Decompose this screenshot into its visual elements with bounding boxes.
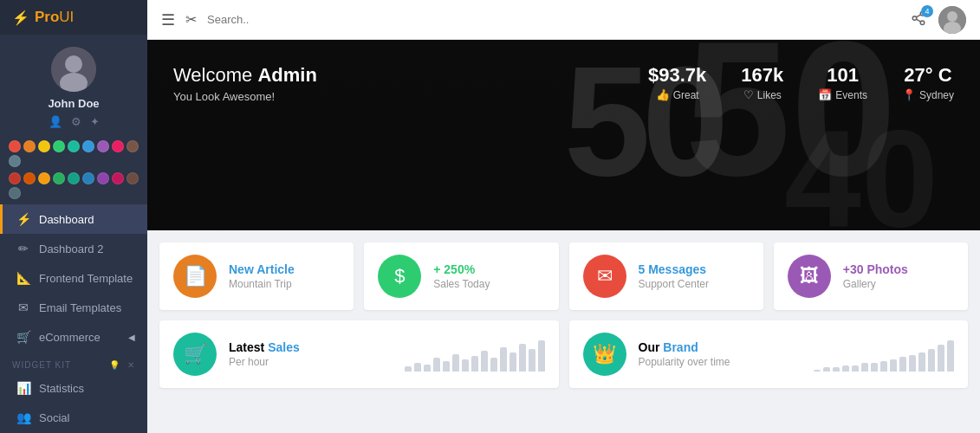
sidebar-item-dashboard2[interactable]: ✏Dashboard 2 <box>0 234 147 263</box>
nav-menu: ⚡Dashboard✏Dashboard 2📐Frontend Template… <box>0 204 147 352</box>
bar-4 <box>852 365 859 372</box>
stat-label: 👍Great <box>648 88 706 101</box>
card-icon: $ <box>378 255 421 298</box>
color-swatch[interactable] <box>68 172 80 184</box>
bar-0 <box>814 370 821 372</box>
bar-3 <box>433 358 440 372</box>
bar-8 <box>890 359 897 372</box>
share-icon[interactable]: 4 <box>911 10 926 29</box>
card-text: Our Brand Popularity over time <box>639 340 730 368</box>
stat-value: 27° C <box>902 64 954 87</box>
sidebar-label: Statistics <box>39 382 84 395</box>
color-swatch[interactable] <box>9 155 21 167</box>
card-title: 5 Messages <box>639 262 709 276</box>
bar-5 <box>861 363 868 372</box>
stat-label: 📅Events <box>818 88 867 101</box>
user-profile: John Doe 👤 ⚙ ✦ <box>0 35 147 135</box>
info-card-0[interactable]: 📄 New Article Mountain Trip <box>159 242 354 310</box>
sidebar-item-email[interactable]: ✉Email Templates <box>0 293 147 322</box>
card-subtitle: Sales Today <box>433 278 490 290</box>
tools-icon[interactable]: ✂ <box>185 11 197 28</box>
bar-12 <box>928 349 935 372</box>
color-swatch[interactable] <box>112 140 124 152</box>
user-settings-icon[interactable]: ⚙ <box>71 115 81 128</box>
card-text: Latest Sales Per hour <box>229 340 300 368</box>
color-swatch[interactable] <box>127 140 139 152</box>
color-swatch[interactable] <box>53 140 65 152</box>
svg-point-5 <box>920 21 925 25</box>
card-icon: 👑 <box>583 333 626 376</box>
user-profile-icon[interactable]: 👤 <box>49 115 62 128</box>
stat-value: 101 <box>818 64 867 87</box>
bar-13 <box>938 345 944 372</box>
user-actions: 👤 ⚙ ✦ <box>49 115 100 128</box>
chart-card-1[interactable]: 👑 Our Brand Popularity over time <box>569 320 969 388</box>
dashboard2-icon: ✏ <box>15 242 32 255</box>
card-text: 5 Messages Support Center <box>639 262 709 290</box>
avatar[interactable] <box>51 47 96 92</box>
color-palette-2 <box>0 172 147 204</box>
info-card-1[interactable]: $ + 250% Sales Today <box>364 242 558 310</box>
info-card-3[interactable]: 🖼 +30 Photos Gallery <box>774 242 968 310</box>
bar-6 <box>462 359 469 372</box>
color-swatch[interactable] <box>53 172 65 184</box>
card-subtitle: Gallery <box>843 278 908 290</box>
color-swatch[interactable] <box>23 140 36 152</box>
color-swatch[interactable] <box>82 172 94 184</box>
sidebar-item-social[interactable]: 👥Social <box>0 403 147 432</box>
widget-kit-label: WIDGET KIT 💡 ✕ <box>0 352 147 373</box>
color-swatch[interactable] <box>9 140 21 152</box>
bolt-icon: ⚡ <box>12 10 29 26</box>
email-icon: ✉ <box>15 301 32 314</box>
dashboard-icon: ⚡ <box>15 212 32 226</box>
card-title: Latest Sales <box>229 340 300 354</box>
user-gear-icon[interactable]: ✦ <box>90 115 100 128</box>
sidebar-item-statistics[interactable]: 📊Statistics <box>0 373 147 403</box>
bar-12 <box>519 344 526 372</box>
search-input[interactable] <box>207 13 900 26</box>
sidebar-header: ⚡ ProUI <box>0 0 147 35</box>
sidebar-label: Frontend Template <box>39 272 133 285</box>
chart-card-0[interactable]: 🛒 Latest Sales Per hour <box>159 320 559 388</box>
color-swatch[interactable] <box>9 187 21 199</box>
svg-point-1 <box>65 55 82 73</box>
color-swatch[interactable] <box>68 140 80 152</box>
sidebar-item-frontend[interactable]: 📐Frontend Template <box>0 263 147 293</box>
color-swatch[interactable] <box>9 172 21 184</box>
color-swatch[interactable] <box>97 172 109 184</box>
color-swatch[interactable] <box>38 172 50 184</box>
card-text: +30 Photos Gallery <box>843 262 908 290</box>
svg-point-4 <box>912 16 917 20</box>
card-title: New Article <box>229 262 295 276</box>
color-swatch[interactable] <box>127 172 139 184</box>
stat-value: 167k <box>741 64 783 87</box>
sidebar-label: eCommerce <box>39 331 101 344</box>
bar-1 <box>414 363 421 372</box>
bar-11 <box>918 352 925 372</box>
widget-settings-icon[interactable]: ✕ <box>127 360 135 370</box>
bar-14 <box>538 340 545 372</box>
sidebar-item-ecommerce[interactable]: 🛒eCommerce◀ <box>0 322 147 352</box>
menu-icon[interactable]: ☰ <box>161 10 175 29</box>
bar-5 <box>452 354 459 372</box>
color-swatch[interactable] <box>112 172 124 184</box>
info-card-2[interactable]: ✉ 5 Messages Support Center <box>569 242 763 310</box>
mini-chart <box>405 337 545 372</box>
bar-10 <box>909 355 916 372</box>
user-avatar-topbar[interactable] <box>938 6 966 34</box>
topbar-right: 4 <box>911 6 966 34</box>
card-icon: 🖼 <box>788 255 831 298</box>
card-icon: ✉ <box>583 255 626 298</box>
mini-chart <box>814 337 954 372</box>
sidebar-item-dashboard[interactable]: ⚡Dashboard <box>0 204 147 234</box>
color-swatch[interactable] <box>82 140 94 152</box>
color-swatch[interactable] <box>97 140 109 152</box>
user-name: John Doe <box>48 97 99 110</box>
widget-bulb-icon[interactable]: 💡 <box>109 360 120 370</box>
color-swatch[interactable] <box>23 172 36 184</box>
bar-0 <box>405 366 412 372</box>
brand-name: ProUI <box>35 9 74 26</box>
hero-subtitle: You Look Awesome! <box>173 90 648 103</box>
color-swatch[interactable] <box>38 140 50 152</box>
sidebar-label: Email Templates <box>39 301 121 314</box>
